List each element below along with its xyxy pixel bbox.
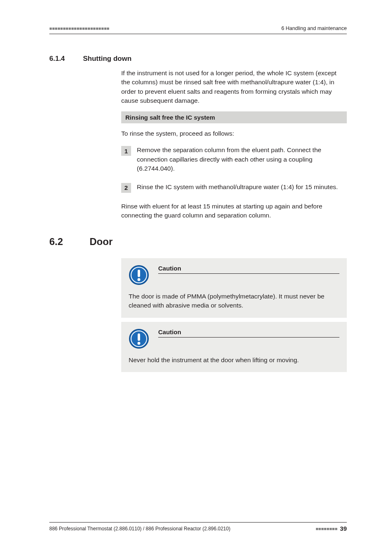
section-number: 6.2 xyxy=(49,236,72,247)
caution-title: Caution xyxy=(158,328,339,338)
step-item: 1 Remove the separation column from the … xyxy=(121,146,347,173)
caution-text: The door is made of PMMA (polymethylmeta… xyxy=(129,292,339,310)
step-number: 1 xyxy=(121,146,131,156)
svg-point-3 xyxy=(138,278,141,281)
svg-rect-2 xyxy=(138,270,140,277)
intro-paragraph: If the instrument is not used for a long… xyxy=(121,69,347,106)
footer-marker: ■■■■■■■■ xyxy=(316,526,337,531)
section-title: Shutting down xyxy=(83,55,131,63)
section-number: 6.1.4 xyxy=(49,55,72,63)
step-number: 2 xyxy=(121,183,131,193)
footer-product: 886 Professional Thermostat (2.886.0110)… xyxy=(49,526,231,532)
page-number: 39 xyxy=(340,525,347,532)
caution-icon xyxy=(129,328,149,351)
caution-title: Caution xyxy=(158,265,339,274)
caution-icon xyxy=(129,265,149,287)
caution-box: Caution The door is made of PMMA (polyme… xyxy=(121,258,347,318)
procedure-title-bar: Rinsing salt free the IC system xyxy=(121,111,347,123)
section-title: Door xyxy=(90,236,113,247)
step-item: 2 Rinse the IC system with methanol/ultr… xyxy=(121,183,347,193)
section-62-heading: 6.2 Door xyxy=(49,236,347,247)
lead-paragraph: To rinse the system, proceed as follows: xyxy=(121,129,347,138)
section-614-heading: 6.1.4 Shutting down xyxy=(49,55,347,63)
header-marker: ■■■■■■■■■■■■■■■■■■■■■■ xyxy=(49,26,109,31)
page-header: ■■■■■■■■■■■■■■■■■■■■■■ 6 Handling and ma… xyxy=(49,25,347,34)
caution-text: Never hold the instrument at the door wh… xyxy=(129,356,339,365)
svg-point-7 xyxy=(138,342,141,345)
outro-paragraph: Rinse with eluent for at least 15 minute… xyxy=(121,202,347,220)
step-text: Rinse the IC system with methanol/ultrap… xyxy=(137,183,338,192)
caution-box: Caution Never hold the instrument at the… xyxy=(121,322,347,372)
step-text: Remove the separation column from the el… xyxy=(137,146,347,173)
header-chapter: 6 Handling and maintenance xyxy=(281,25,347,31)
svg-rect-6 xyxy=(138,333,140,341)
page-footer: 886 Professional Thermostat (2.886.0110)… xyxy=(49,522,347,532)
